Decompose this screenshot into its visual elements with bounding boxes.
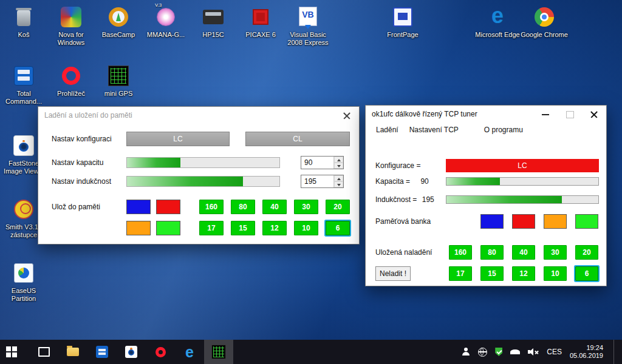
desktop-icon-mini-gps[interactable]: mini GPS bbox=[95, 64, 142, 98]
desktop-icon-picaxe[interactable]: PICAXE 6 bbox=[237, 5, 284, 39]
inductance-spinner bbox=[333, 175, 343, 187]
desktop-icon-frontpage[interactable]: FrontPage bbox=[379, 5, 426, 39]
desktop-icon-basecamp[interactable]: BaseCamp bbox=[95, 5, 142, 39]
memory-button-40[interactable]: 40 bbox=[512, 245, 535, 260]
bank-blue-button[interactable] bbox=[126, 200, 151, 214]
edge-taskbar-button[interactable]: e bbox=[175, 340, 204, 364]
inductance-value: 195 bbox=[301, 175, 333, 187]
memory-button-15[interactable]: 15 bbox=[480, 266, 504, 281]
close-icon[interactable] bbox=[582, 106, 606, 123]
desktop-background: Koš Nova for Windows BaseCamp V.3 MMANA-… bbox=[0, 0, 622, 364]
capacity-number-input[interactable]: 90 bbox=[301, 156, 344, 169]
spinner-down-button[interactable] bbox=[334, 163, 343, 169]
memory-button-10[interactable]: 10 bbox=[294, 221, 318, 235]
network-globe-icon[interactable] bbox=[478, 348, 487, 357]
clock-date: 05.06.2019 bbox=[570, 352, 603, 360]
bank-green-button[interactable] bbox=[575, 214, 598, 229]
desktop-icon-hp15c[interactable]: HP15C bbox=[190, 5, 237, 39]
desktop-icon-mmana[interactable]: V.3 MMANA-G... bbox=[142, 5, 190, 39]
desktop-icon-recycle-bin[interactable]: Koš bbox=[0, 5, 47, 39]
language-indicator[interactable]: CES bbox=[547, 348, 562, 356]
wifi-icon[interactable] bbox=[510, 349, 520, 354]
memory-button-20[interactable]: 20 bbox=[575, 245, 598, 260]
memory-button-6[interactable]: 6 bbox=[575, 266, 598, 281]
bank-orange-button[interactable] bbox=[126, 221, 151, 235]
capacity-indicator-bar bbox=[446, 177, 599, 186]
mmana-icon: V.3 bbox=[154, 5, 178, 29]
vb-logo-glyph: VB bbox=[296, 10, 320, 19]
memory-button-12[interactable]: 12 bbox=[262, 221, 287, 235]
window-title: ok1ufc dálkově řízený TCP tuner bbox=[366, 110, 533, 118]
capacity-value: 90 bbox=[301, 157, 333, 169]
menu-nastaveni-tcp[interactable]: Nastavení TCP bbox=[404, 123, 464, 136]
memory-button-10[interactable]: 10 bbox=[544, 266, 567, 281]
maximize-icon[interactable] bbox=[558, 106, 582, 123]
save-to-memory-label: Ulož do paměti bbox=[52, 200, 100, 214]
desktop-icon-label: PICAXE 6 bbox=[237, 31, 284, 39]
memory-button-80[interactable]: 80 bbox=[231, 200, 255, 214]
memory-button-12[interactable]: 12 bbox=[512, 266, 535, 281]
memory-button-20[interactable]: 20 bbox=[326, 200, 350, 214]
inductance-slider[interactable] bbox=[126, 176, 280, 187]
memory-button-17[interactable]: 17 bbox=[199, 221, 224, 235]
window-titlebar[interactable]: ok1ufc dálkově řízený TCP tuner bbox=[366, 106, 606, 123]
memory-button-30[interactable]: 30 bbox=[544, 245, 567, 260]
window-titlebar[interactable]: Ladění a uložení do paměti bbox=[38, 107, 359, 124]
desktop-icon-total-commander[interactable]: Total Command... bbox=[0, 64, 47, 106]
memory-button-15[interactable]: 15 bbox=[231, 221, 255, 235]
inductance-label: Nastav indukčnost bbox=[52, 174, 111, 189]
desktop-icon-visual-basic[interactable]: VB Visual Basic 2008 Express bbox=[284, 5, 332, 47]
opera-icon bbox=[156, 347, 166, 357]
task-view-button[interactable] bbox=[29, 340, 58, 364]
desktop-icon-chrome[interactable]: Google Chrome bbox=[521, 5, 568, 39]
lc-button[interactable]: LC bbox=[126, 132, 230, 146]
inductance-number-input[interactable]: 195 bbox=[301, 175, 344, 188]
bank-red-button[interactable] bbox=[512, 214, 535, 229]
close-icon[interactable] bbox=[335, 107, 359, 124]
total-commander-taskbar-button[interactable] bbox=[87, 340, 117, 364]
spinner-up-button[interactable] bbox=[334, 157, 343, 163]
bank-blue-button[interactable] bbox=[480, 214, 504, 229]
chrome-icon bbox=[532, 5, 556, 29]
desktop-icon-nova-for-windows[interactable]: Nova for Windows bbox=[47, 5, 95, 47]
taskbar-clock[interactable]: 19:24 05.06.2019 bbox=[570, 344, 603, 360]
volume-muted-icon[interactable] bbox=[528, 348, 539, 356]
menu-o-programu[interactable]: O programu bbox=[479, 123, 528, 136]
file-explorer-button[interactable] bbox=[58, 340, 87, 364]
tuning-memory-window: Ladění a uložení do paměti Nastav konfig… bbox=[38, 106, 360, 244]
people-icon[interactable] bbox=[462, 348, 470, 356]
folder-icon bbox=[67, 348, 79, 356]
memory-button-30[interactable]: 30 bbox=[294, 200, 318, 214]
opera-taskbar-button[interactable] bbox=[146, 340, 175, 364]
spinner-up-button[interactable] bbox=[334, 175, 343, 181]
memory-button-17[interactable]: 17 bbox=[449, 266, 472, 281]
menu-ladeni[interactable]: Ladění bbox=[371, 123, 404, 136]
nova-globe-icon bbox=[59, 5, 83, 29]
start-button[interactable] bbox=[0, 340, 29, 364]
capacity-slider[interactable] bbox=[126, 157, 280, 168]
cl-button[interactable]: CL bbox=[245, 132, 350, 146]
desktop-icon-edge[interactable]: e Microsoft Edge bbox=[474, 5, 521, 39]
minimize-icon[interactable] bbox=[533, 106, 558, 123]
spinner-down-button[interactable] bbox=[334, 181, 343, 187]
memory-button-6[interactable]: 6 bbox=[326, 221, 350, 235]
memory-button-40[interactable]: 40 bbox=[262, 200, 287, 214]
desktop-icon-label: Koš bbox=[0, 31, 47, 39]
desktop-icon-opera[interactable]: Prohlížeč bbox=[47, 64, 95, 98]
bank-red-button[interactable] bbox=[156, 200, 180, 214]
desktop-icon-easeus[interactable]: EaseUS Partition bbox=[0, 261, 47, 303]
show-desktop-button[interactable] bbox=[613, 340, 617, 364]
inductance-value: 195 bbox=[422, 195, 434, 204]
bank-green-button[interactable] bbox=[156, 221, 180, 235]
desktop-icon-label: FrontPage bbox=[379, 31, 426, 39]
tcp-tuner-taskbar-button[interactable] bbox=[204, 340, 233, 364]
memory-button-160[interactable]: 160 bbox=[449, 245, 472, 260]
neladit-button[interactable]: Neladit ! bbox=[375, 266, 411, 281]
system-tray: CES 19:24 05.06.2019 bbox=[462, 340, 617, 364]
memory-button-160[interactable]: 160 bbox=[199, 200, 224, 214]
memory-button-80[interactable]: 80 bbox=[480, 245, 504, 260]
security-shield-icon[interactable] bbox=[495, 348, 502, 356]
desktop-icon-label: Visual Basic 2008 Express bbox=[284, 31, 332, 47]
faststone-taskbar-button[interactable] bbox=[117, 340, 146, 364]
bank-orange-button[interactable] bbox=[544, 214, 567, 229]
